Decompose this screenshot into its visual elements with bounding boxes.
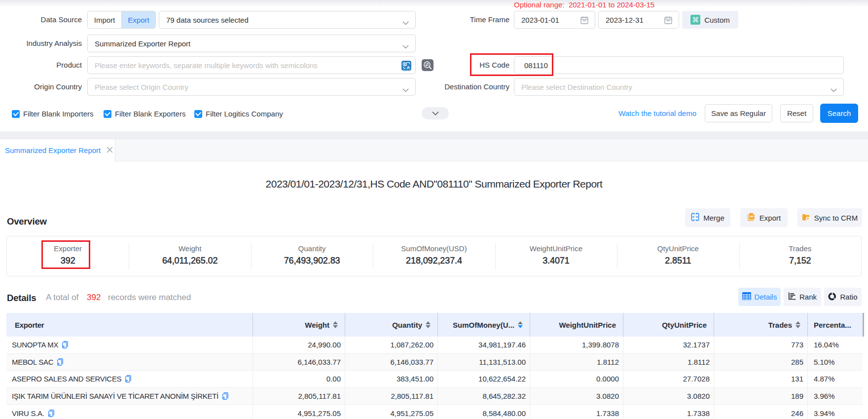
collapse-form-button[interactable]: [422, 107, 449, 119]
chevron-down-icon: [402, 18, 409, 27]
chevron-down-icon: [402, 42, 409, 50]
stat-weight: Weight 64,011,265.02: [129, 236, 251, 276]
chevron-down-icon: [831, 85, 837, 94]
search-button[interactable]: Search: [820, 104, 858, 123]
copy-icon[interactable]: [62, 341, 68, 348]
data-source-label: Data Source: [41, 11, 82, 29]
hs-code-input-box[interactable]: [514, 56, 844, 74]
tab-bar: Summarized Exporter Report: [0, 139, 868, 161]
column-header-sum-of-money[interactable]: SumOfMoney(U...: [438, 313, 530, 337]
view-tab-ratio[interactable]: Ratio: [824, 288, 862, 306]
sort-icon-desc-active[interactable]: [518, 321, 523, 329]
custom-button[interactable]: ⌘ Custom: [682, 11, 738, 29]
watch-tutorial-link[interactable]: Watch the tutorial demo: [616, 104, 696, 122]
sort-icon[interactable]: [333, 321, 338, 329]
product-label: Product: [56, 56, 82, 74]
details-total-prefix: A total of: [46, 293, 78, 303]
optional-range-hint: Optional range: 2021-01-01 to 2024-03-15: [514, 0, 654, 9]
industry-analysis-select[interactable]: Summarized Exporter Report: [87, 35, 416, 52]
table-row[interactable]: IŞIK TARIM ÜRÜNLERİ SANAYİ VE TİCARET AN…: [6, 388, 863, 405]
close-icon[interactable]: [107, 146, 113, 155]
destination-country-select[interactable]: Please select Destination Country: [514, 78, 844, 96]
annotation-rect-hs-code: [470, 53, 553, 76]
reset-button[interactable]: Reset: [780, 104, 813, 122]
hs-code-input[interactable]: [514, 57, 843, 74]
checkbox-checked-icon: [194, 110, 202, 118]
search-exchange-icon[interactable]: [422, 59, 434, 71]
stat-quantity: Quantity 76,493,902.83: [251, 236, 373, 276]
checkbox-checked-icon: [104, 110, 111, 118]
checkbox-checked-icon: [12, 110, 20, 118]
chevron-down-icon: [402, 85, 409, 94]
tab-summarized-exporter-report[interactable]: Summarized Exporter Report: [0, 139, 115, 161]
stat-sum-of-money: SumOfMoney(USD) 218,092,237.4: [373, 236, 495, 276]
destination-country-label: Destination Country: [444, 78, 509, 96]
date-to-input[interactable]: 2023-12-31: [598, 11, 679, 29]
column-header-trades[interactable]: Trades: [714, 313, 808, 337]
table-header-row: Exporter Weight Quantity SumOfMoney(U...…: [6, 313, 863, 337]
svg-text:A: A: [406, 65, 410, 70]
panel-gap: [0, 131, 868, 139]
view-tab-details[interactable]: Details: [738, 288, 781, 306]
export-button[interactable]: Export: [740, 208, 788, 227]
export-toggle[interactable]: Export: [122, 11, 155, 28]
translate-icon[interactable]: A: [401, 61, 411, 72]
rank-chart-icon: [788, 292, 796, 302]
details-total-suffix: records were matched: [108, 293, 191, 303]
column-header-quantity[interactable]: Quantity: [345, 313, 438, 337]
table-row[interactable]: VIRU S.A. 4,951,275.05 4,951,275.05 8,58…: [6, 405, 863, 419]
product-input-box[interactable]: A: [87, 56, 416, 74]
column-header-exporter[interactable]: Exporter: [6, 313, 253, 337]
filter-blank-importers-checkbox[interactable]: Filter Blank Importers: [12, 110, 94, 118]
report-title: 2023/01/01-2023/12/31,HS Code AND"081110…: [0, 178, 868, 190]
data-sources-select[interactable]: 79 data sources selected: [159, 11, 416, 29]
ratio-donut-icon: [828, 292, 836, 302]
details-heading: Details: [7, 293, 36, 304]
export-file-icon: [747, 213, 756, 223]
save-as-regular-button[interactable]: Save as Regular: [705, 104, 772, 122]
filter-logistics-company-checkbox[interactable]: Filter Logitics Company: [194, 110, 283, 118]
copy-icon[interactable]: [57, 358, 63, 366]
view-tab-rank[interactable]: Rank: [784, 288, 821, 306]
import-toggle[interactable]: Import: [88, 11, 122, 28]
copy-icon[interactable]: [48, 410, 54, 417]
copy-icon[interactable]: [125, 375, 131, 382]
command-icon: ⌘: [690, 15, 700, 25]
column-header-percentage[interactable]: Percenta...: [808, 313, 863, 337]
table-row[interactable]: SUNOPTA MX 24,990.00 1,087,262.00 34,981…: [6, 337, 863, 354]
table-view-icon: [742, 292, 751, 302]
sync-folder-icon: [802, 213, 810, 223]
table-row[interactable]: MEBOL SAC 6,146,033.77 6,146,033.77 11,1…: [6, 354, 863, 371]
sync-to-crm-button[interactable]: Sync to CRM: [797, 208, 862, 227]
merge-button[interactable]: Merge: [685, 208, 730, 227]
origin-country-label: Origin Country: [34, 78, 82, 96]
product-input[interactable]: [88, 57, 415, 74]
date-from-input[interactable]: 2023-01-01: [514, 11, 595, 29]
annotation-rect-exporter-stat: [41, 240, 90, 269]
origin-country-select[interactable]: Please select Origin Country: [87, 78, 416, 96]
page: Optional range: 2021-01-01 to 2024-03-15…: [0, 0, 868, 419]
industry-analysis-label: Industry Analysis: [26, 35, 82, 52]
overview-stats-panel: Exporter 392 Weight 64,011,265.02 Quanti…: [6, 236, 862, 276]
column-header-qty-unit-price[interactable]: QtyUnitPrice: [623, 313, 714, 337]
filter-blank-exporters-checkbox[interactable]: Filter Blank Exporters: [104, 110, 185, 118]
table-row[interactable]: ASEPRO SALES AND SERVICES 0.00 383,451.0…: [6, 371, 863, 388]
data-source-toggle: Import Export: [87, 11, 156, 29]
stat-trades: Trades 7,152: [739, 236, 861, 276]
table-scrollbar-thumb[interactable]: [863, 313, 864, 337]
copy-icon[interactable]: [222, 392, 228, 400]
calendar-icon: [664, 16, 673, 26]
time-frame-label: Time Frame: [470, 11, 509, 29]
calendar-icon: [580, 16, 589, 26]
overview-heading: Overview: [7, 216, 47, 227]
column-header-weight[interactable]: Weight: [253, 313, 345, 337]
sort-icon[interactable]: [796, 321, 800, 329]
merge-icon: [691, 213, 699, 223]
top-shade: [0, 0, 868, 7]
sort-icon[interactable]: [426, 321, 431, 329]
column-header-weight-unit-price[interactable]: WeightUnitPrice: [530, 313, 623, 337]
details-total-count: 392: [87, 293, 101, 303]
details-table: Exporter Weight Quantity SumOfMoney(U...…: [6, 313, 863, 419]
stat-weight-unit-price: WeightUnitPrice 3.4071: [495, 236, 617, 276]
stat-qty-unit-price: QtyUnitPrice 2.8511: [617, 236, 739, 276]
